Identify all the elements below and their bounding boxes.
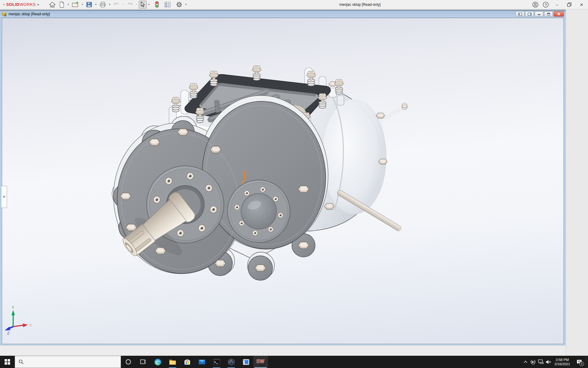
document-titlebar[interactable]: menjac sklop [Read-only] [0, 10, 566, 18]
doc-restore-icon [547, 13, 550, 16]
tile-horizontal-button[interactable] [525, 11, 534, 17]
document-window: menjac sklop [Read-only] [0, 10, 566, 345]
select-cursor-icon [140, 2, 145, 7]
store-icon [183, 358, 191, 366]
hexagon-app-icon [228, 358, 235, 366]
select-tool-button[interactable] [139, 1, 147, 9]
taskbar-app-file-explorer[interactable] [165, 356, 180, 368]
solidworks-year-label: 2021 [260, 364, 265, 366]
windows-logo-icon [5, 359, 10, 365]
windows-app-icon [242, 358, 250, 366]
new-dropdown-arrow[interactable]: ▾ [67, 3, 70, 6]
cover-bearing-boss[interactable] [228, 180, 290, 243]
redo-dropdown-arrow[interactable]: ▾ [135, 3, 138, 6]
redo-icon [127, 2, 133, 7]
doc-minimize-button[interactable] [535, 11, 543, 17]
open-button[interactable] [70, 1, 80, 9]
task-view-button[interactable] [136, 356, 150, 368]
tile-vertical-button[interactable] [516, 11, 524, 17]
orientation-triad: Y X Z [5, 305, 32, 335]
rebuild-stoplight-icon [155, 1, 159, 8]
feature-manager-collapsed-tab[interactable] [2, 186, 7, 208]
doc-close-icon [557, 13, 560, 16]
taskbar-app-hexagon[interactable] [224, 356, 239, 368]
solidworks-logo-icon [3, 1, 5, 8]
app-titlebar: SOLIDWORKS ▸ ▾ ▾ [0, 0, 588, 9]
3d-model-canvas[interactable]: Y X Z [2, 18, 564, 344]
taskbar-app-terminal[interactable] [209, 356, 224, 368]
brand-text: SOLIDWORKS [6, 2, 36, 7]
cortana-button[interactable] [121, 356, 136, 368]
home-button[interactable] [48, 1, 57, 9]
action-center-button[interactable]: 2 [572, 356, 586, 368]
taskbar-app-store[interactable] [180, 356, 194, 368]
component-properties-icon [164, 2, 171, 7]
volume-muted-icon[interactable] [545, 356, 552, 368]
file-explorer-icon [169, 358, 176, 366]
titlebar-right-controls: ? – ✕ [532, 0, 586, 9]
taskbar-app-edge[interactable] [150, 356, 165, 368]
taskbar-app-solidworks[interactable]: SW 2021 [253, 356, 268, 368]
select-dropdown-arrow[interactable]: ▾ [147, 3, 150, 6]
new-document-button[interactable] [58, 1, 66, 9]
print-button[interactable] [98, 1, 107, 9]
svg-text:?: ? [545, 3, 547, 6]
axis-x-label: X [29, 323, 32, 328]
terminal-icon [213, 358, 221, 366]
taskbar-app-mail[interactable] [194, 356, 209, 368]
solidworks-logo: SOLIDWORKS ▸ [0, 1, 39, 8]
taskbar-search[interactable] [15, 356, 121, 368]
doc-minimize-icon [537, 13, 541, 15]
undo-dropdown-arrow[interactable]: ▾ [122, 3, 125, 6]
save-icon [86, 2, 92, 8]
gear-icon [176, 2, 182, 8]
help-icon[interactable]: ? [543, 2, 549, 8]
tray-chevron-up-icon[interactable] [522, 356, 529, 368]
mail-icon [198, 358, 206, 366]
undo-icon [113, 2, 119, 7]
user-account-icon[interactable] [532, 2, 538, 8]
minimize-button[interactable]: – [553, 2, 561, 7]
start-button[interactable] [0, 356, 15, 368]
save-dropdown-arrow[interactable]: ▾ [94, 3, 97, 6]
tile-horizontal-icon [528, 13, 532, 16]
tray-time: 3:58 PM [552, 358, 572, 362]
options-dropdown-arrow[interactable]: ▾ [184, 3, 187, 6]
assembly-document-icon [2, 12, 7, 17]
tile-vertical-icon [518, 13, 522, 16]
graphics-area[interactable]: Y X Z [2, 18, 564, 344]
doc-close-button[interactable] [554, 11, 564, 17]
rebuild-button[interactable] [153, 1, 160, 9]
component-properties-button[interactable] [163, 1, 172, 9]
redo-button[interactable] [125, 1, 134, 9]
edge-icon [154, 358, 162, 366]
save-button[interactable] [85, 1, 94, 9]
app-title: menjac sklop [Read-only] [339, 0, 381, 9]
doc-restore-button[interactable] [544, 11, 553, 17]
cortana-icon [125, 359, 131, 365]
tray-date: 2/16/2021 [552, 362, 572, 366]
print-dropdown-arrow[interactable]: ▾ [108, 3, 111, 6]
print-icon [100, 2, 106, 8]
search-icon [19, 359, 24, 364]
close-button[interactable]: ✕ [578, 2, 586, 7]
meet-now-icon[interactable] [529, 356, 537, 368]
maximize-restore-button[interactable] [565, 2, 573, 7]
notification-count-badge: 2 [579, 362, 584, 366]
logo-flyout-arrow-icon[interactable]: ▸ [37, 2, 39, 6]
open-icon [72, 2, 79, 8]
undo-button[interactable] [112, 1, 121, 9]
panel-expand-handle[interactable] [3, 196, 5, 198]
taskbar-app-windows-app[interactable] [239, 356, 253, 368]
show-desktop-button[interactable] [586, 356, 588, 368]
taskbar-clock[interactable]: 3:58 PM 2/16/2021 [552, 358, 572, 366]
network-icon[interactable] [537, 356, 545, 368]
document-title: menjac sklop [Read-only] [9, 12, 50, 16]
search-input[interactable] [27, 359, 112, 364]
options-button[interactable] [175, 1, 184, 9]
task-pane-strip [566, 9, 588, 356]
open-dropdown-arrow[interactable]: ▾ [81, 3, 84, 6]
quick-access-toolbar: ▾ ▾ ▾ ▾ [48, 1, 187, 9]
status-bar [0, 345, 566, 356]
solidworks-app-icon: SW 2021 [256, 358, 265, 366]
